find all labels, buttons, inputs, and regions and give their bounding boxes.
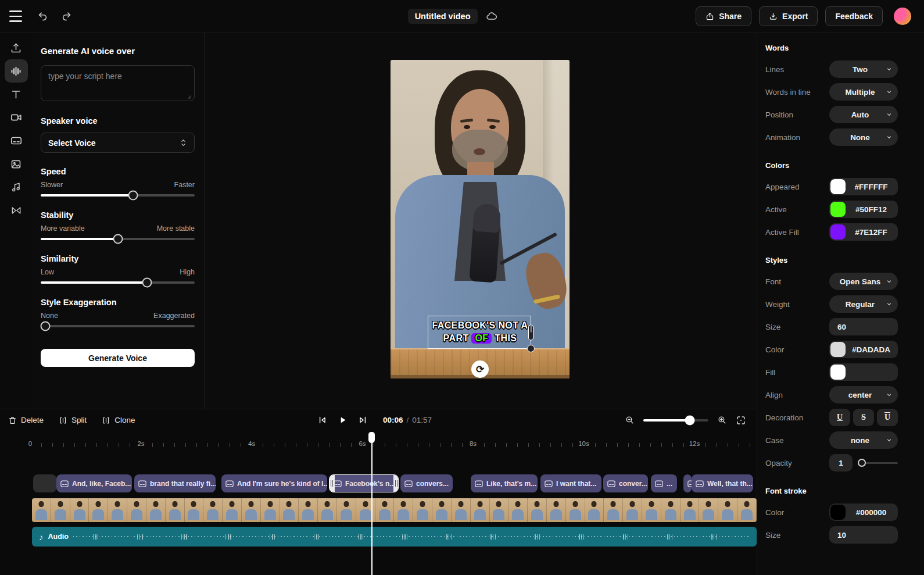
clone-button[interactable]: Clone [102, 416, 135, 425]
ruler-label: 12s [689, 440, 700, 447]
sidebar-item-voiceover[interactable] [5, 59, 28, 83]
caption-clip[interactable]: convers... [400, 474, 453, 492]
sidebar-item-music[interactable] [5, 176, 28, 199]
menu-button[interactable] [9, 10, 24, 22]
section-title: Font stroke [765, 487, 924, 495]
slider-knob[interactable] [142, 278, 152, 288]
skip-end-button[interactable] [358, 415, 368, 425]
caption-clip-icon [696, 480, 704, 487]
resize-grip-icon[interactable] [187, 95, 192, 99]
lines-dropdown[interactable]: Two [829, 60, 898, 78]
sidebar-item-transitions[interactable] [5, 199, 28, 222]
caption-clip[interactable]: brand that really fi... [134, 474, 216, 492]
caption-clip[interactable]: I want that... [540, 474, 601, 492]
overline-button[interactable]: U [877, 409, 898, 426]
words-in-line-dropdown[interactable]: Multiple [829, 83, 898, 101]
skip-start-button[interactable] [317, 415, 327, 425]
audio-track[interactable]: ♪ Audio [32, 527, 757, 547]
fit-timeline-button[interactable] [736, 415, 746, 426]
caption-clip-icon [475, 480, 483, 487]
selection-resize-handle[interactable] [527, 345, 535, 352]
font-dropdown[interactable]: Open Sans [829, 273, 898, 290]
caption-clip[interactable]: Facebook's n... [329, 474, 399, 492]
slider-knob[interactable] [40, 322, 50, 331]
selection-side-handle[interactable] [528, 324, 533, 340]
appeared-color-picker[interactable]: #FFFFFF [829, 178, 898, 195]
playhead[interactable] [371, 432, 373, 575]
timeline-ruler[interactable]: 02s4s6s8s10s12s [0, 438, 757, 451]
project-title-text: Untitled video [415, 12, 471, 21]
share-button[interactable]: Share [696, 6, 751, 26]
caption-clip-label: And, like, Faceb... [72, 480, 131, 488]
feedback-button[interactable]: Feedback [825, 6, 883, 26]
filmstrip-frame [413, 498, 432, 522]
opacity-slider[interactable] [858, 462, 898, 464]
weight-dropdown[interactable]: Regular [829, 295, 898, 313]
export-button[interactable]: Export [759, 6, 818, 26]
caption-clip[interactable]: And I'm sure he's kind of l... [221, 474, 327, 492]
script-input[interactable] [41, 65, 195, 101]
redo-button[interactable] [61, 11, 72, 22]
opacity-input[interactable]: 1 [829, 454, 853, 472]
color-color-picker[interactable]: #DADADA [829, 341, 898, 358]
project-title[interactable]: Untitled video [408, 9, 478, 24]
active-color-picker[interactable]: #50FF12 [829, 201, 898, 218]
sidebar-item-upload[interactable] [5, 36, 28, 59]
rotate-caption-button[interactable]: ⟳ [471, 360, 489, 378]
video-canvas[interactable]: FACEBOOK'S NOT A PART OF THIS ⟳ [391, 60, 570, 378]
zoom-in-button[interactable] [717, 415, 727, 425]
underline-button[interactable]: U [829, 409, 850, 426]
clip-trim-handle[interactable] [329, 474, 335, 492]
caption-clip[interactable]: conver... [603, 474, 648, 492]
slider-track[interactable] [41, 325, 195, 327]
fill-color-picker[interactable] [829, 363, 898, 381]
slider-knob[interactable] [113, 234, 123, 244]
play-button[interactable] [338, 415, 348, 425]
caption-clip-label: conver... [619, 480, 647, 488]
sidebar-item-camera[interactable] [5, 106, 28, 129]
sidebar-item-captions[interactable] [5, 129, 28, 152]
active-fill-color-picker[interactable]: #7E12FF [829, 223, 898, 241]
split-button[interactable]: Split [59, 416, 87, 425]
strikethrough-button[interactable]: S [853, 409, 874, 426]
clip-fragment[interactable] [33, 474, 56, 492]
opacity-knob[interactable] [858, 459, 866, 467]
chevron-down-icon [886, 134, 893, 141]
sidebar-item-text[interactable] [5, 83, 28, 106]
generate-voice-button[interactable]: Generate Voice [41, 349, 195, 367]
color-hex-value: #50FF12 [846, 205, 897, 214]
zoom-slider-knob[interactable] [685, 415, 694, 425]
slider-similarity: SimilarityLowHigh [41, 254, 195, 284]
filmstrip-frame [566, 498, 585, 522]
caption-clip[interactable]: ... [651, 474, 677, 492]
position-dropdown[interactable]: Auto [829, 106, 898, 123]
slider-knob[interactable] [128, 191, 138, 201]
caption-clip[interactable]: Like, that's m... [471, 474, 538, 492]
size-input[interactable]: 60 [829, 318, 898, 335]
color-color-picker[interactable]: #000000 [829, 503, 898, 521]
clip-trim-handle[interactable] [393, 474, 399, 492]
timeline-zoom-slider[interactable] [643, 419, 708, 422]
slider-track[interactable] [41, 194, 195, 197]
caption-clip[interactable]: And, like, Faceb... [56, 474, 132, 492]
size-input[interactable]: 10 [829, 526, 898, 544]
slider-track[interactable] [41, 238, 195, 240]
filmstrip-frame [108, 498, 127, 522]
ruler-tick [440, 443, 440, 447]
ruler-tick [174, 443, 175, 447]
undo-button[interactable] [37, 11, 48, 22]
video-track[interactable] [32, 498, 757, 522]
user-avatar[interactable] [894, 8, 911, 25]
slider-track[interactable] [41, 281, 195, 284]
caption-overlay[interactable]: FACEBOOK'S NOT A PART OF THIS [391, 319, 570, 345]
caption-clip[interactable] [683, 474, 692, 492]
case-dropdown[interactable]: none [829, 431, 898, 449]
zoom-out-button[interactable] [625, 415, 635, 425]
align-dropdown[interactable]: center [829, 386, 898, 403]
caption-clip[interactable]: Well, that th... [692, 474, 753, 492]
delete-button[interactable]: Delete [8, 416, 44, 425]
sidebar-item-media[interactable] [5, 152, 28, 176]
animation-dropdown[interactable]: None [829, 128, 898, 146]
playhead-handle[interactable] [368, 432, 375, 443]
voice-select[interactable]: Select Voice [41, 133, 195, 153]
